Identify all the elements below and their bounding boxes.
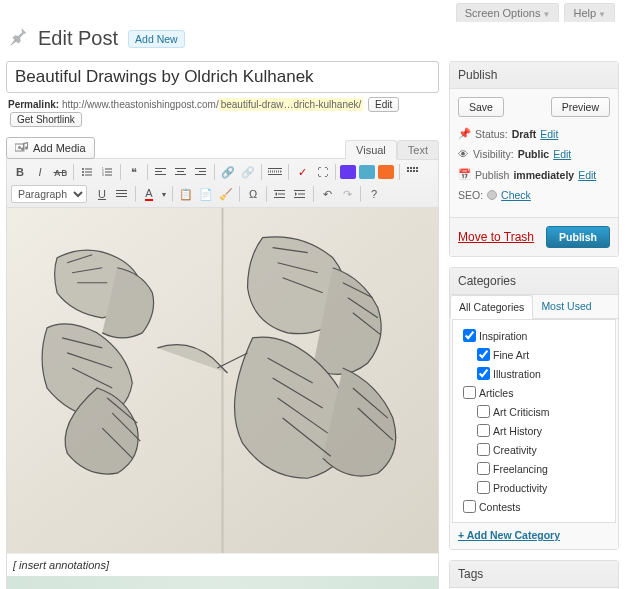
more-tag-icon[interactable] [266, 163, 284, 181]
svg-rect-40 [294, 190, 305, 191]
get-shortlink-button[interactable]: Get Shortlink [10, 112, 82, 127]
category-item[interactable]: Creativity [459, 440, 609, 459]
underline-icon[interactable]: U [93, 185, 111, 203]
category-checkbox[interactable] [477, 405, 490, 418]
bullet-list-icon[interactable] [78, 163, 96, 181]
most-used-tab[interactable]: Most Used [533, 295, 599, 318]
indent-icon[interactable] [291, 185, 309, 203]
category-checkbox[interactable] [477, 462, 490, 475]
help-tab[interactable]: Help▼ [564, 3, 615, 22]
edit-status-link[interactable]: Edit [540, 128, 558, 140]
align-left-icon[interactable] [152, 163, 170, 181]
svg-rect-17 [175, 168, 186, 169]
category-item[interactable]: Articles [459, 383, 609, 402]
special-char-icon[interactable]: Ω [244, 185, 262, 203]
plugin-icon-1[interactable] [340, 165, 356, 179]
spellcheck-icon[interactable]: ✓ [293, 163, 311, 181]
post-image[interactable] [7, 208, 438, 553]
permalink-base: http://www.theastonishingpost.com/ [62, 99, 219, 110]
annotation-placeholder[interactable]: [ insert annotations] [7, 553, 438, 576]
blockquote-icon[interactable]: ❝ [125, 163, 143, 181]
bold-icon[interactable]: B [11, 163, 29, 181]
category-checkbox[interactable] [477, 443, 490, 456]
category-item[interactable]: Illustration [459, 364, 609, 383]
publish-heading[interactable]: Publish [450, 62, 618, 89]
svg-rect-36 [116, 196, 127, 197]
publish-button[interactable]: Publish [546, 226, 610, 248]
tags-heading[interactable]: Tags [450, 561, 618, 588]
add-new-button[interactable]: Add New [128, 30, 185, 48]
category-item[interactable]: Fine Art [459, 345, 609, 364]
category-item[interactable]: Freelancing [459, 459, 609, 478]
category-checkbox[interactable] [463, 386, 476, 399]
svg-rect-31 [410, 170, 412, 172]
svg-rect-32 [413, 170, 415, 172]
seo-check-link[interactable]: Check [501, 189, 531, 201]
editor-content-area[interactable]: [ insert annotations] [6, 208, 439, 589]
strike-icon[interactable]: ᴀʙ [51, 163, 69, 181]
plugin-icon-2[interactable] [359, 165, 375, 179]
edit-visibility-link[interactable]: Edit [553, 148, 571, 160]
calendar-icon: 📅 [458, 168, 471, 181]
svg-rect-13 [105, 175, 112, 176]
svg-rect-35 [116, 193, 127, 194]
category-item[interactable]: Contests [459, 497, 609, 516]
categories-heading[interactable]: Categories [450, 268, 618, 295]
status-value: Draft [512, 128, 537, 140]
tags-panel: Tags Add Separate tags with commas drawi… [449, 560, 619, 589]
svg-rect-18 [177, 171, 184, 172]
post-title-input[interactable] [6, 61, 439, 93]
svg-rect-37 [274, 190, 285, 191]
category-item[interactable]: Art Criticism [459, 402, 609, 421]
svg-rect-42 [294, 197, 305, 198]
preview-button[interactable]: Preview [551, 97, 610, 117]
svg-rect-3 [85, 169, 92, 170]
paste-text-icon[interactable]: 📋 [177, 185, 195, 203]
category-item[interactable]: Productivity [459, 478, 609, 497]
svg-rect-7 [85, 175, 92, 176]
category-checklist: InspirationFine ArtIllustrationArticlesA… [452, 319, 616, 523]
category-item[interactable]: Inspiration [459, 326, 609, 345]
kitchensink-icon[interactable] [404, 163, 422, 181]
category-checkbox[interactable] [477, 481, 490, 494]
category-checkbox[interactable] [463, 500, 476, 513]
redo-icon[interactable]: ↷ [338, 185, 356, 203]
schedule-value: immediately [513, 169, 574, 181]
undo-icon[interactable]: ↶ [318, 185, 336, 203]
fullscreen-icon[interactable]: ⛶ [313, 163, 331, 181]
text-color-icon[interactable]: A [140, 185, 158, 203]
outdent-icon[interactable] [271, 185, 289, 203]
numbered-list-icon[interactable]: 123 [98, 163, 116, 181]
align-right-icon[interactable] [192, 163, 210, 181]
add-new-category-link[interactable]: + Add New Category [458, 529, 560, 541]
justify-icon[interactable] [113, 185, 131, 203]
format-select[interactable]: Paragraph [11, 185, 87, 203]
paste-word-icon[interactable]: 📄 [197, 185, 215, 203]
link-icon[interactable]: 🔗 [219, 163, 237, 181]
svg-rect-38 [278, 194, 285, 195]
category-checkbox[interactable] [477, 367, 490, 380]
category-item[interactable]: Art History [459, 421, 609, 440]
remove-format-icon[interactable]: 🧹 [217, 185, 235, 203]
color-dropdown-icon[interactable]: ▼ [160, 185, 168, 203]
all-categories-tab[interactable]: All Categories [450, 295, 533, 319]
category-checkbox[interactable] [477, 424, 490, 437]
visual-tab[interactable]: Visual [345, 140, 397, 160]
permalink-slug[interactable]: beautiful-draw…drich-kulhanek/ [219, 98, 364, 111]
add-media-button[interactable]: Add Media [6, 137, 95, 159]
screen-options-tab[interactable]: Screen Options▼ [456, 3, 560, 22]
category-checkbox[interactable] [477, 348, 490, 361]
unlink-icon[interactable]: 🔗 [239, 163, 257, 181]
svg-rect-22 [195, 174, 206, 175]
help-icon[interactable]: ? [365, 185, 383, 203]
align-center-icon[interactable] [172, 163, 190, 181]
italic-icon[interactable]: I [31, 163, 49, 181]
edit-schedule-link[interactable]: Edit [578, 169, 596, 181]
edit-slug-button[interactable]: Edit [368, 97, 399, 112]
text-tab[interactable]: Text [397, 140, 439, 160]
permalink-label: Permalink: [8, 99, 59, 110]
save-draft-button[interactable]: Save [458, 97, 504, 117]
category-checkbox[interactable] [463, 329, 476, 342]
plugin-icon-3[interactable] [378, 165, 394, 179]
move-to-trash-link[interactable]: Move to Trash [458, 230, 534, 244]
